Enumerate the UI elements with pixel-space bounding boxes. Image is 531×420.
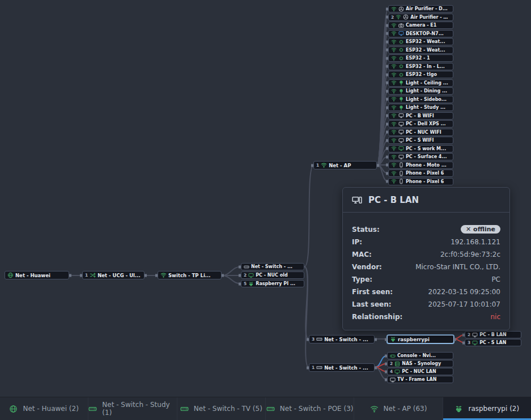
monitor-icon (398, 113, 404, 118)
node-label: Phone - Moto ... (406, 163, 451, 168)
card-row-value: 2025-07-17 10:01:07 (428, 300, 500, 308)
monitor-icon (398, 146, 404, 151)
signal-icon (391, 113, 397, 118)
node-switch-tp[interactable]: Switch - TP Li... (158, 271, 222, 279)
node-net-huawei[interactable]: Net - Huawei (5, 271, 69, 279)
switch-icon (316, 364, 322, 371)
tab[interactable]: Net - AP (63) (354, 397, 443, 420)
device-node[interactable]: ESP32 - Weat... (388, 46, 453, 54)
device-node[interactable]: Light - Ceiling ... (388, 79, 453, 87)
node-badge: 2 (391, 15, 394, 20)
signal-icon (391, 47, 397, 53)
tab-label: Net - Switch - POE (3) (280, 405, 354, 413)
device-node[interactable]: PC - B WIFI (388, 112, 453, 120)
device-node[interactable]: ESP32 - Weat... (388, 38, 453, 45)
chip-icon (398, 39, 404, 45)
signal-icon (391, 154, 397, 160)
bulb-icon (398, 96, 404, 102)
device-node[interactable]: Air Purifier - D... (388, 5, 453, 12)
device-node[interactable]: 2 NAS - Synology (387, 360, 453, 367)
node-badge: 5 (244, 281, 247, 286)
switch-icon (244, 264, 249, 270)
switch-icon (266, 405, 275, 413)
tv-icon (390, 377, 396, 383)
signal-icon (391, 6, 397, 12)
device-node[interactable]: 3 PC - S LAN (465, 339, 521, 346)
node-label: ESP32 - tlgo (406, 72, 451, 77)
link (375, 356, 387, 368)
signal-icon (391, 80, 397, 86)
signal-icon (391, 72, 397, 78)
device-node[interactable]: ESP32 - In - L... (388, 63, 453, 70)
shuffle-icon (90, 272, 96, 278)
node-label: DESKTOP-N7... (406, 31, 451, 36)
link (222, 275, 241, 284)
bulb-icon (398, 105, 404, 111)
node-label: PC - Dell XPS ... (406, 121, 451, 126)
tab[interactable]: Net - Switch - Study (1) (88, 397, 177, 420)
device-node[interactable]: ESP32 - 1 (388, 54, 453, 62)
device-node[interactable]: Phone - Moto ... (388, 162, 453, 169)
node-net-switch-rpi[interactable]: 3 Net - Switch - ... (309, 335, 375, 343)
card-row: Status: ✕ offline (352, 225, 500, 234)
node-net-switch-bottom[interactable]: 1 Net - Switch - ... (309, 363, 375, 372)
device-node[interactable]: DESKTOP-N7... (388, 30, 453, 37)
node-label: ESP32 - 1 (406, 56, 451, 61)
node-label: Phone - Pixel 6 (406, 171, 451, 176)
device-node[interactable]: 4 PC - NUC LAN (387, 368, 453, 375)
device-node[interactable]: Light - Dining ... (388, 87, 453, 95)
chip-icon (398, 63, 404, 69)
node-label: Raspberry PI ... (256, 281, 301, 286)
phone-icon (398, 179, 404, 184)
device-node[interactable]: ESP32 - tlgo (388, 71, 453, 78)
card-row-value: 2c:f0:5d:9e:73:2c (440, 251, 500, 258)
node-label: Net - Switch - ... (324, 365, 372, 371)
device-node[interactable]: PC - S work M... (388, 145, 453, 152)
card-row-label: Type: (352, 275, 372, 283)
card-row-value: 2022-03-15 09:25:00 (428, 288, 500, 296)
device-node[interactable]: 5 Raspberry PI ... (241, 280, 304, 287)
signal-icon (391, 96, 397, 102)
device-node[interactable]: Net - Switch - ... (241, 263, 304, 270)
node-net-ucg[interactable]: 1 Net - UCG - Ul... (82, 271, 145, 279)
device-node[interactable]: 2 Air Purifier - X... (388, 14, 453, 21)
signal-icon (391, 179, 397, 184)
signal-icon (391, 39, 397, 45)
tab[interactable]: Net - Huawei (2) (0, 397, 88, 420)
device-node[interactable]: Phone - Pixel 6 (388, 169, 453, 177)
tab[interactable]: raspberrypi (2) (443, 397, 531, 420)
wifi-icon (160, 272, 167, 278)
device-node[interactable]: Camera - E1 (388, 22, 453, 29)
card-row-value: PC (491, 275, 500, 283)
switch-icon (88, 405, 97, 413)
device-node[interactable]: PC - Surface 4... (388, 153, 453, 160)
node-label: NAS - Synology (402, 361, 451, 366)
device-node[interactable]: PC - Dell XPS ... (388, 120, 453, 128)
bottom-device-list: Console - Nvi... 2 NAS - Synology 4 PC -… (387, 352, 453, 383)
signal-icon (391, 31, 397, 36)
device-node[interactable]: PC - NUC WIFI (388, 129, 453, 136)
device-node[interactable]: PC - S WIFI (388, 137, 453, 144)
monitor-icon (398, 138, 404, 143)
node-raspberrypi[interactable]: raspberrypi (387, 335, 454, 343)
node-net-ap[interactable]: 1 Net - AP (313, 161, 377, 169)
node-label: Light - Study ... (406, 105, 451, 110)
tab[interactable]: Net - Switch - TV (5) (177, 397, 266, 420)
tab[interactable]: Net - Switch - POE (3) (266, 397, 354, 420)
device-node[interactable]: Light - Study ... (388, 104, 453, 111)
tab-label: Net - Switch - TV (5) (194, 405, 262, 413)
signal-icon (396, 14, 401, 20)
card-row: Relationship: nic (352, 313, 500, 321)
device-node[interactable]: 2 PC - NUC old (241, 271, 304, 279)
monitor-icon (472, 340, 478, 346)
device-node[interactable]: TV - Frame LAN (387, 376, 453, 383)
card-row-value: Micro-Star INTL CO., LTD. (415, 263, 500, 271)
topology-canvas: Net - Huawei 1 Net - UCG - Ul... Switch … (0, 0, 531, 397)
node-label: Air Purifier - X... (410, 15, 451, 20)
signal-icon (391, 23, 397, 28)
monitor-icon (398, 121, 404, 127)
device-node[interactable]: Phone - Pixel 6 (388, 178, 453, 185)
device-node[interactable]: 2 PC - B LAN (465, 331, 521, 338)
device-node[interactable]: Console - Nvi... (387, 352, 453, 359)
device-node[interactable]: Light - Sidebo... (388, 96, 453, 103)
